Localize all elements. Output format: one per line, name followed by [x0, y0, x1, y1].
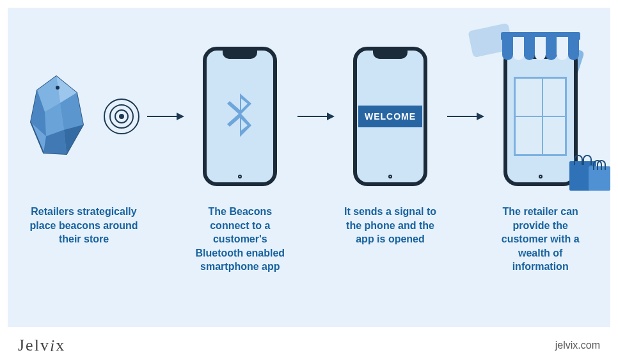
beacon-group: [27, 75, 141, 158]
phone-store: [503, 47, 578, 186]
phone-welcome: WELCOME: [353, 47, 427, 186]
steps-row: Retailers strategically place beacons ar…: [27, 46, 591, 274]
arrow-2: [297, 46, 333, 187]
step-2-illustration: [189, 46, 291, 187]
step-3: WELCOME It sends a signal to the phone a…: [340, 46, 441, 246]
arrow-1: [147, 46, 183, 187]
signal-icon: [102, 97, 141, 136]
diagram-frame: Retailers strategically place beacons ar…: [0, 0, 618, 364]
brand-url: jelvix.com: [555, 340, 600, 351]
step-3-illustration: WELCOME: [340, 46, 441, 187]
step-3-caption: It sends a signal to the phone and the a…: [340, 205, 441, 246]
svg-marker-7: [64, 125, 83, 154]
brand-logo: Jelvix: [18, 336, 65, 355]
step-4: The retailer can provide the customer wi…: [489, 46, 591, 274]
step-1-caption: Retailers strategically place beacons ar…: [27, 205, 141, 246]
step-2-caption: The Beacons connect to a customer's Blue…: [189, 205, 291, 274]
step-2: The Beacons connect to a customer's Blue…: [189, 46, 291, 274]
arrow-3: [447, 46, 483, 187]
floorplan-icon: [514, 77, 567, 156]
beacon-icon: [27, 75, 86, 158]
bluetooth-icon: [221, 91, 259, 142]
shopping-bags-icon: [569, 161, 610, 191]
step-4-illustration: [489, 46, 591, 187]
svg-point-8: [56, 86, 59, 90]
diagram-canvas: Retailers strategically place beacons ar…: [8, 8, 610, 327]
step-1: Retailers strategically place beacons ar…: [27, 46, 141, 246]
awning-icon: [502, 37, 579, 60]
phone-bluetooth: [203, 47, 277, 186]
welcome-badge: WELCOME: [358, 106, 422, 127]
step-1-illustration: [27, 46, 141, 187]
step-4-caption: The retailer can provide the customer wi…: [489, 205, 591, 274]
footer: Jelvix jelvix.com: [0, 327, 618, 364]
